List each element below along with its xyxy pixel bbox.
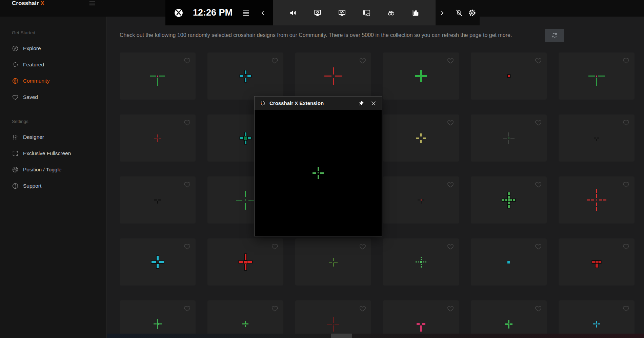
collapse-chevron-icon[interactable] [260,9,266,16]
favorite-heart-button[interactable] [447,119,454,126]
pin-icon[interactable] [358,100,365,107]
help-icon [12,183,19,189]
crosshair-card[interactable] [207,52,283,100]
refresh-button[interactable] [545,29,564,42]
app-window: CrosshairX Get StartedExploreFeaturedCom… [0,0,644,338]
brand-accent: X [40,0,44,6]
sidebar-item-label: Saved [23,94,38,100]
favorite-heart-button[interactable] [183,305,191,312]
crosshair-card[interactable] [559,300,635,338]
gamebar-divider [450,5,450,20]
sidebar-item-community[interactable]: Community [0,73,106,89]
crosshair-card[interactable] [120,176,196,224]
favorite-heart-button[interactable] [535,305,542,312]
favorite-heart-button[interactable] [359,305,366,312]
audio-widget-icon[interactable] [289,8,298,17]
favorite-heart-button[interactable] [183,119,191,126]
looking-for-group-widget-icon[interactable] [387,8,396,17]
xbox-logo-icon[interactable] [174,8,184,18]
close-icon[interactable] [370,100,377,107]
crosshair-card[interactable] [559,52,635,100]
crosshair-card[interactable] [295,300,371,338]
compass-icon [12,45,19,52]
favorite-heart-button[interactable] [622,305,630,312]
gamebar-settings-icon[interactable] [468,8,477,17]
sidebar-item-designer[interactable]: Designer [0,129,106,145]
crosshair-card[interactable] [383,114,459,162]
extension-app-icon [259,100,266,107]
crosshair-card[interactable] [471,300,547,338]
crosshair-card[interactable] [471,238,547,286]
gamebar-main-section: 12:26 PM [165,0,273,25]
favorite-heart-button[interactable] [622,243,630,250]
favorite-heart-button[interactable] [622,181,630,188]
crosshair-card[interactable] [383,300,459,338]
sidebar-item-position-toggle[interactable]: Position / Toggle [0,162,106,178]
sidebar-item-support[interactable]: Support [0,178,106,194]
favorite-heart-button[interactable] [535,181,542,188]
pointer-passthrough-icon[interactable] [455,8,463,17]
scope-icon [12,61,19,68]
favorite-heart-button[interactable] [447,305,454,312]
crosshair-card[interactable] [207,300,283,338]
favorite-heart-button[interactable] [271,57,279,64]
xbox-gamebar: 12:26 PM [165,0,480,25]
refresh-icon [551,32,558,40]
resources-widget-icon[interactable] [411,8,420,17]
favorite-heart-button[interactable] [183,181,191,188]
favorite-heart-button[interactable] [359,57,366,64]
hamburger-menu-icon[interactable] [88,0,97,7]
crosshair-card[interactable] [120,52,196,100]
favorite-heart-button[interactable] [359,243,366,250]
gamebar-clock: 12:26 PM [193,7,233,18]
favorite-heart-button[interactable] [271,305,279,312]
crosshair-card[interactable] [559,114,635,162]
crosshair-card[interactable] [471,52,547,100]
sidebar-item-label: Featured [23,62,44,68]
favorite-heart-button[interactable] [183,57,191,64]
taskbar-app-button[interactable] [331,334,352,338]
extension-titlebar[interactable]: Crosshair X Extension [255,97,382,110]
sidebar-item-featured[interactable]: Featured [0,57,106,73]
crosshair-card[interactable] [295,238,371,286]
crosshair-card[interactable] [471,176,547,224]
crosshair-card[interactable] [120,238,196,286]
sidebar-item-explore[interactable]: Explore [0,40,106,57]
favorite-heart-button[interactable] [622,119,630,126]
favorite-heart-button[interactable] [535,57,542,64]
gamebar-right-section [436,0,480,25]
performance-widget-icon[interactable] [338,8,346,17]
sidebar-item-exclusive-fullscreen[interactable]: Exclusive Fullscreen [0,145,106,162]
crosshair-card[interactable] [207,238,283,286]
sidebar-item-label: Support [23,183,41,189]
crosshair-card[interactable] [383,238,459,286]
gallery-widget-icon[interactable] [362,8,371,17]
favorite-heart-button[interactable] [535,243,542,250]
crosshair-card[interactable] [471,114,547,162]
capture-widget-icon[interactable] [313,8,322,17]
crosshair-card[interactable] [559,176,635,224]
sidebar-item-saved[interactable]: Saved [0,89,106,105]
favorite-heart-button[interactable] [183,243,191,250]
favorite-heart-button[interactable] [447,181,454,188]
crosshair-card[interactable] [120,300,196,338]
crosshair-card[interactable] [383,52,459,100]
favorite-heart-button[interactable] [447,243,454,250]
crosshair-card[interactable] [383,176,459,224]
favorite-heart-button[interactable] [535,119,542,126]
gamebar-widgets-section [273,0,436,25]
favorite-heart-button[interactable] [271,243,279,250]
sidebar-item-label: Community [23,78,49,84]
expand-chevron-icon[interactable] [439,9,445,16]
widget-menu-icon[interactable] [242,8,250,17]
favorite-heart-button[interactable] [447,57,454,64]
crosshair-card[interactable] [559,238,635,286]
community-description: Check out the following 100 randomly sel… [120,32,540,38]
sidebar: Get StartedExploreFeaturedCommunitySaved… [0,17,107,338]
sidebar-section-heading: Settings [12,119,106,124]
extension-window-title: Crosshair X Extension [269,100,324,106]
favorite-heart-button[interactable] [622,57,630,64]
crosshair-card[interactable] [120,114,196,162]
crosshair-card[interactable] [295,52,371,100]
heart-icon [12,94,19,101]
